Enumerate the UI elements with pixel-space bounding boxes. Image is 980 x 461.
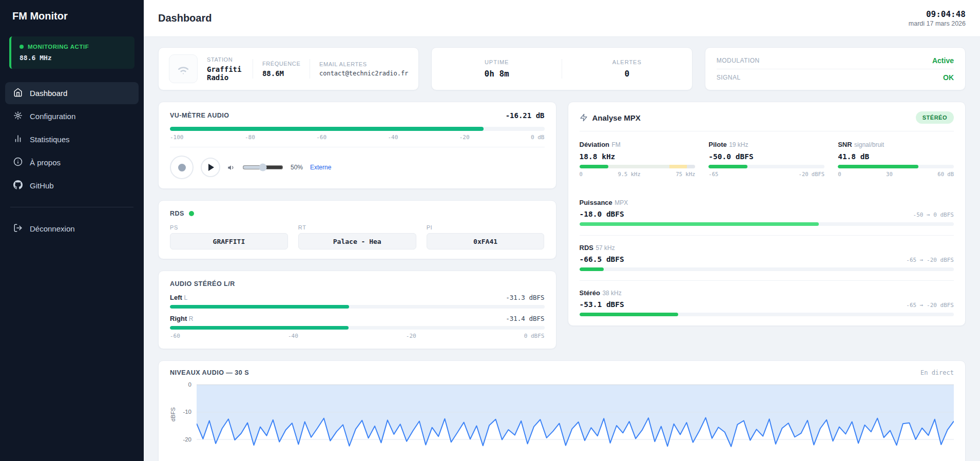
mpx-power-row: Puissance MPX -18.0 dBFS -50 → 0 dBFS: [580, 190, 954, 226]
clock: 09:04:48: [909, 9, 966, 19]
scale-tick-warn: 75 kHz: [676, 171, 695, 177]
right-channel-fill: [170, 326, 349, 330]
sidebar-item-label: À propos: [30, 158, 61, 167]
scale-tick: -60: [170, 333, 180, 339]
power-name: Puissance: [580, 199, 612, 206]
deviation-value: 18.8 kHz: [580, 152, 696, 161]
logout-icon: [13, 223, 23, 234]
power-track: [580, 222, 954, 226]
field-divider: [253, 59, 253, 79]
sidebar-item-label: GitHub: [30, 181, 54, 190]
bar-chart-icon: [13, 134, 23, 145]
pilot-value: -50.0 dBFS: [708, 152, 824, 161]
vu-meter-scale: -100 -80 -60 -40 -20 0 dB: [170, 134, 545, 141]
scale-tick: 60 dB: [937, 171, 954, 177]
pilot-track: [708, 165, 824, 168]
vu-meter-title: VU-MÈTRE AUDIO: [170, 112, 229, 119]
right-channel-track: [170, 326, 545, 330]
pilot-meter: Pilote 19 kHz -50.0 dBFS -65 -20 dBFS: [708, 140, 824, 177]
rds57-sub: 57 kHz: [595, 244, 614, 252]
speaker-icon: [227, 164, 235, 171]
audio-level-line-chart: [197, 385, 954, 461]
scale-tick: -20: [459, 134, 470, 141]
volume-percent: 50%: [291, 164, 303, 171]
rds-ps-label: PS: [170, 224, 288, 230]
wifi-icon: [169, 54, 198, 83]
chart-wrap: dBFS 0-10-20-30 09:04:0609:04:1409:04:21…: [170, 385, 954, 461]
stereo38-sub: 38 kHz: [602, 290, 621, 297]
rds-active-dot: [189, 211, 194, 216]
station-card: STATION Graffiti Radio FRÉQUENCE 88.6M E…: [158, 47, 419, 90]
sidebar-item-configuration[interactable]: Configuration: [5, 105, 139, 127]
vu-meter-value: -16.21 dB: [506, 111, 545, 120]
snr-fill: [838, 165, 918, 168]
pilot-fill: [708, 165, 747, 168]
field-divider: [310, 59, 310, 79]
rds-rt-field: RT Palace - Hea: [298, 224, 416, 249]
play-button[interactable]: [201, 158, 220, 177]
volume-slider[interactable]: [242, 163, 283, 171]
pilot-name: Pilote: [708, 141, 726, 148]
scale-tick: -40: [288, 333, 298, 339]
alerts-value: 0: [562, 69, 692, 79]
left-channel-row: Left L -31.3 dBFS: [170, 294, 545, 309]
rds-pi-field: PI 0xFA41: [427, 224, 545, 249]
stereo38-value: -53.1 dBFS: [580, 300, 624, 309]
stereo-badge: STÉRÉO: [916, 111, 954, 124]
y-tick-label: -20: [183, 436, 191, 443]
logout-button[interactable]: Déconnexion: [5, 218, 139, 240]
home-icon: [13, 88, 23, 99]
station-label: STATION: [207, 56, 243, 63]
lightning-icon: [580, 113, 588, 122]
frequency-label: FRÉQUENCE: [262, 61, 300, 67]
summary-row: STATION Graffiti Radio FRÉQUENCE 88.6M E…: [158, 47, 966, 90]
modulation-signal-card: MODULATION Active SIGNAL OK: [705, 47, 966, 90]
modulation-row: MODULATION Active: [717, 52, 954, 69]
stereo-scale: -60 -40 -20 0 dBFS: [170, 333, 545, 339]
rds57-fill: [580, 267, 604, 271]
left-channel-name: Left L: [170, 294, 187, 301]
sidebar-item-a-propos[interactable]: À propos: [5, 151, 139, 174]
mpx-rds-row: RDS 57 kHz -66.5 dBFS -65 → -20 dBFS: [580, 235, 954, 271]
station-field: STATION Graffiti Radio: [207, 56, 243, 82]
deviation-fill: [580, 165, 609, 168]
sidebar-item-statistiques[interactable]: Statistiques: [5, 128, 139, 150]
sidebar-item-github[interactable]: GitHub: [5, 175, 139, 197]
record-button[interactable]: [170, 156, 194, 179]
right-channel-value: -31.4 dBFS: [506, 315, 544, 322]
rds-title: RDS: [170, 210, 184, 217]
y-tick-label: 0: [188, 381, 191, 388]
email-field: EMAIL ALERTES contact@technic2radio.fr: [319, 61, 408, 77]
power-range: -50 → 0 dBFS: [913, 212, 954, 218]
alerts-cell: ALERTES 0: [562, 59, 692, 79]
audio-source-link[interactable]: Externe: [310, 164, 331, 171]
snr-meter: SNR signal/bruit 41.8 dB 0 30 60 dB: [838, 140, 954, 177]
scale-tick: 0: [838, 171, 841, 177]
rds-ps-value: GRAFFITI: [170, 233, 288, 249]
date: mardi 17 mars 2026: [909, 20, 966, 27]
clock-box: 09:04:48 mardi 17 mars 2026: [909, 9, 966, 27]
monitoring-status-box: MONITORING ACTIF 88.6 MHz: [9, 36, 134, 69]
scale-tick: -40: [388, 134, 398, 141]
deviation-scale: 0 9.5 kHz 75 kHz: [580, 171, 696, 177]
scale-tick: -60: [316, 134, 326, 141]
mpx-title: Analyse MPX: [592, 113, 641, 122]
app-title: FM Monitor: [0, 0, 144, 29]
scale-tick: 9.5 kHz: [618, 171, 640, 177]
station-name: Graffiti Radio: [207, 65, 243, 82]
email-alerts-label: EMAIL ALERTES: [319, 61, 408, 67]
rds-fields: PS GRAFFITI RT Palace - Hea PI 0xFA41: [170, 224, 545, 249]
rds57-track: [580, 267, 954, 271]
frequency-value: 88.6M: [262, 69, 300, 78]
sidebar-nav: Dashboard Configuration Statistiques À p…: [0, 82, 144, 197]
left-channel-value: -31.3 dBFS: [506, 294, 544, 301]
pilot-sub: 19 kHz: [729, 141, 748, 148]
sidebar-item-dashboard[interactable]: Dashboard: [5, 82, 139, 104]
dashboard-content: STATION Graffiti Radio FRÉQUENCE 88.6M E…: [144, 37, 980, 461]
sidebar: FM Monitor MONITORING ACTIF 88.6 MHz Das…: [0, 0, 144, 461]
record-icon: [178, 164, 186, 171]
email-alerts-value: contact@technic2radio.fr: [319, 70, 408, 77]
vu-meter-fill: [170, 127, 484, 131]
left-channel-fill: [170, 305, 349, 309]
audio-controls: 50% Externe: [170, 147, 545, 179]
